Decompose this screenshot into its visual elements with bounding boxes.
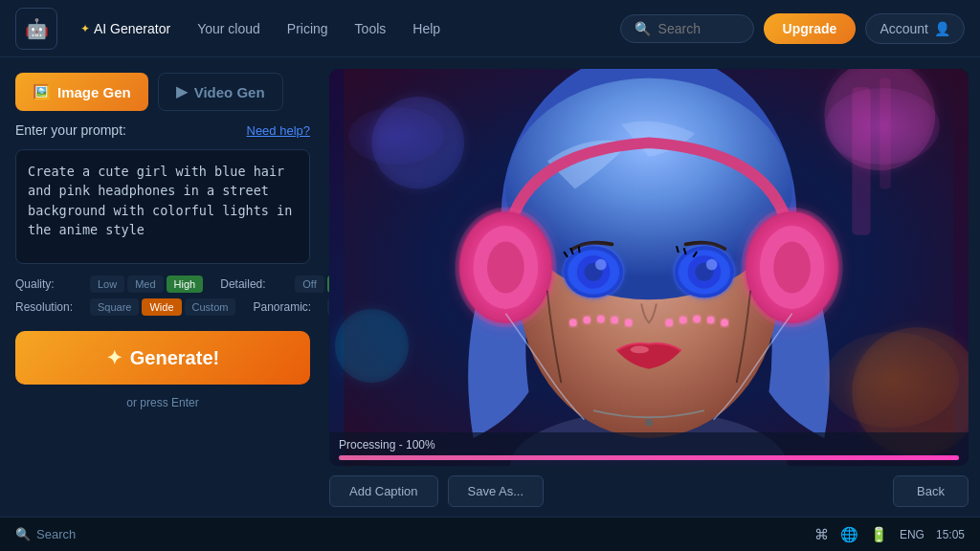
quality-row: Quality: Low Med High Detailed: Off On: [15, 276, 310, 293]
nav-help[interactable]: Help: [401, 15, 452, 42]
taskbar-right: ⌘ 🌐 🔋 ENG 15:05: [814, 526, 965, 543]
svg-point-32: [569, 320, 577, 327]
clock-label: 15:05: [936, 528, 965, 541]
svg-point-15: [455, 208, 556, 327]
detailed-off-btn[interactable]: Off: [295, 276, 323, 293]
panoramic-label: Panoramic:: [253, 300, 322, 314]
right-panel: Processing - 100% Add Caption Save As...…: [325, 57, 980, 517]
add-caption-button[interactable]: Add Caption: [329, 475, 438, 507]
taskbar: 🔍 Search ⌘ 🌐 🔋 ENG 15:05: [0, 517, 980, 551]
generate-button[interactable]: ✦ Generate!: [15, 331, 310, 385]
resolution-custom-btn[interactable]: Custom: [185, 298, 236, 316]
generate-sparkle-icon: ✦: [106, 346, 122, 369]
resolution-wide-btn[interactable]: Wide: [142, 298, 181, 316]
bg-light-2: [348, 107, 444, 165]
generated-image-container: Processing - 100%: [329, 69, 969, 466]
need-help-link[interactable]: Need help?: [247, 123, 311, 138]
video-gen-tab[interactable]: ▶ Video Gen: [158, 73, 283, 111]
progress-bar-bg: [339, 455, 959, 460]
svg-point-37: [665, 320, 673, 327]
svg-point-35: [611, 317, 618, 324]
keyboard-icon: ⌘: [814, 526, 829, 543]
prompt-header: Enter your prompt: Need help?: [15, 122, 310, 138]
logo-icon: 🤖: [25, 17, 49, 40]
nav-pricing[interactable]: Pricing: [276, 15, 340, 42]
battery-icon: 🔋: [870, 526, 888, 543]
svg-point-40: [707, 317, 715, 324]
search-box[interactable]: 🔍: [620, 14, 754, 43]
bg-light-1: [825, 88, 940, 165]
nav-ai-generator[interactable]: AI Generator: [69, 15, 182, 42]
svg-point-39: [693, 316, 701, 323]
image-gen-tab[interactable]: 🖼️ Image Gen: [15, 73, 148, 111]
quality-high-btn[interactable]: High: [167, 276, 204, 293]
generated-image: Processing - 100%: [329, 69, 969, 466]
bg-light-3: [825, 332, 959, 428]
processing-label: Processing - 100%: [339, 438, 959, 452]
back-button[interactable]: Back: [893, 475, 969, 507]
quality-low-btn[interactable]: Low: [90, 276, 124, 293]
taskbar-search-label: Search: [36, 527, 76, 541]
save-as-button[interactable]: Save As...: [448, 475, 545, 507]
taskbar-search[interactable]: 🔍 Search: [15, 527, 76, 541]
svg-point-43: [645, 419, 653, 427]
nav-your-cloud[interactable]: Your cloud: [186, 15, 272, 42]
language-label: ENG: [900, 528, 924, 541]
nav-items: AI Generator Your cloud Pricing Tools He…: [69, 15, 612, 42]
nav-right: 🔍 Upgrade Account 👤: [620, 13, 965, 44]
quality-med-btn[interactable]: Med: [127, 276, 163, 293]
navbar: 🤖 AI Generator Your cloud Pricing Tools …: [0, 0, 980, 57]
prompt-textarea[interactable]: Create a cute girl with blue hair and pi…: [15, 149, 310, 264]
svg-point-19: [742, 208, 843, 327]
account-avatar-icon: 👤: [934, 21, 950, 36]
upgrade-button[interactable]: Upgrade: [764, 13, 857, 44]
settings-section: Quality: Low Med High Detailed: Off On R…: [15, 276, 310, 316]
left-panel: 🖼️ Image Gen ▶ Video Gen Enter your prom…: [0, 57, 325, 517]
nav-tools[interactable]: Tools: [344, 15, 398, 42]
svg-point-41: [721, 320, 728, 327]
search-input[interactable]: [658, 21, 740, 36]
svg-point-4: [335, 309, 409, 383]
svg-point-42: [631, 346, 649, 354]
resolution-label: Resolution:: [15, 300, 84, 314]
tab-row: 🖼️ Image Gen ▶ Video Gen: [15, 73, 310, 111]
quality-label: Quality:: [15, 277, 84, 291]
svg-point-38: [679, 317, 687, 324]
detailed-label: Detailed:: [220, 277, 289, 291]
image-gen-icon: 🖼️: [33, 83, 51, 100]
resolution-row: Resolution: Square Wide Custom Panoramic…: [15, 298, 310, 316]
resolution-square-btn[interactable]: Square: [90, 298, 139, 316]
network-icon: 🌐: [840, 526, 858, 543]
svg-point-36: [625, 320, 633, 327]
image-actions: Add Caption Save As... Back: [329, 466, 969, 517]
generate-hint: or press Enter: [15, 396, 310, 409]
video-gen-icon: ▶: [176, 83, 188, 100]
progress-bar-container: Processing - 100%: [329, 432, 969, 466]
search-icon: 🔍: [635, 21, 651, 36]
prompt-label: Enter your prompt:: [15, 122, 126, 138]
svg-point-34: [597, 316, 605, 323]
taskbar-search-icon: 🔍: [15, 527, 31, 541]
resolution-toggle-group: Square Wide Custom: [90, 298, 235, 316]
account-button[interactable]: Account 👤: [865, 13, 965, 44]
progress-bar-fill: [339, 455, 959, 460]
svg-point-31: [673, 244, 736, 299]
quality-toggle-group: Low Med High: [90, 276, 203, 293]
svg-point-33: [583, 317, 590, 324]
main-content: 🖼️ Image Gen ▶ Video Gen Enter your prom…: [0, 57, 980, 517]
logo: 🤖: [15, 8, 57, 50]
